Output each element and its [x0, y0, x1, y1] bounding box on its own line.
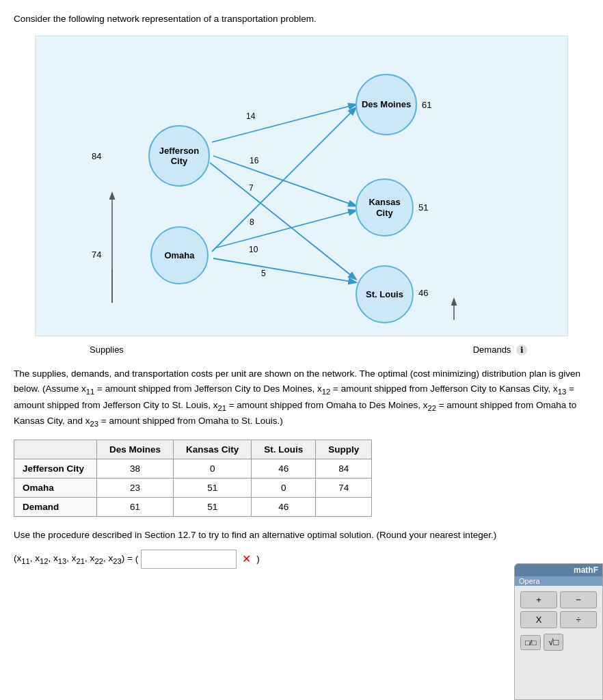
cell-om-kc: 51: [174, 478, 252, 497]
answer-input[interactable]: [141, 550, 237, 569]
svg-line-4: [215, 211, 356, 248]
cell-dem-supply: [316, 497, 372, 516]
calc-title: mathF: [515, 564, 602, 576]
edge-om-kc-cost: 10: [249, 245, 258, 254]
row-label-jefferson-city: Jefferson City: [14, 459, 97, 478]
col-header-supply: Supply: [316, 440, 372, 459]
transport-table: Des Moines Kansas City St. Louis Supply …: [14, 440, 372, 517]
answer-paren-close: ): [256, 554, 260, 564]
cell-dem-sl: 46: [252, 497, 316, 516]
node-des-moines-label: Des Moines: [362, 99, 411, 110]
table-row-demand: Demand 61 51 46: [14, 497, 372, 516]
calc-subtitle: Opera: [515, 576, 602, 586]
cell-dem-kc: 51: [174, 497, 252, 516]
svg-line-0: [212, 105, 356, 142]
demand-des-moines: 61: [422, 100, 431, 110]
node-st-louis-label: St. Louis: [366, 289, 403, 300]
calc-minus[interactable]: −: [560, 591, 597, 608]
description: The supplies, demands, and transportatio…: [14, 366, 589, 430]
edge-jc-dm-cost: 14: [246, 111, 255, 121]
cell-jc-dm: 38: [97, 459, 174, 478]
cell-om-supply: 74: [316, 478, 372, 497]
answer-label: (x11, x12, x13, x21, x22, x23) =: [14, 553, 133, 565]
bottom-text: Use the procedure described in Section 1…: [14, 528, 589, 543]
calc-plus[interactable]: +: [520, 591, 557, 608]
edge-om-sl-cost: 5: [261, 269, 266, 278]
edge-om-dm-cost: 8: [250, 217, 254, 227]
col-header-st-louis: St. Louis: [252, 440, 316, 459]
calc-buttons: + − X ÷: [515, 586, 602, 634]
col-header-kansas-city: Kansas City: [174, 440, 252, 459]
cell-om-sl: 0: [252, 478, 316, 497]
supplies-label: Supplies: [90, 345, 124, 355]
table-row-omaha: Omaha 23 51 0 74: [14, 478, 372, 497]
node-des-moines: Des Moines: [356, 74, 417, 135]
row-label-omaha: Omaha: [14, 478, 97, 497]
node-st-louis: St. Louis: [356, 265, 414, 323]
row-label-demand: Demand: [14, 497, 97, 516]
calc-fraction[interactable]: □/□: [520, 635, 541, 650]
intro-text: Consider the following network represent…: [14, 12, 589, 26]
diagram-labels: Supplies Demands ℹ: [35, 345, 568, 355]
cell-jc-supply: 84: [316, 459, 372, 478]
cell-jc-kc: 0: [174, 459, 252, 478]
calculator-panel: mathF Opera + − X ÷ □/□ √□: [514, 563, 603, 700]
node-omaha-label: Omaha: [164, 250, 194, 261]
calc-sqrt[interactable]: √□: [544, 634, 563, 651]
network-svg: [36, 36, 567, 336]
calc-row-2: □/□ √□: [515, 634, 602, 654]
cell-jc-sl: 46: [252, 459, 316, 478]
answer-paren-open: (: [135, 554, 139, 564]
node-kansas-city-label: KansasCity: [368, 197, 400, 218]
node-omaha: Omaha: [150, 226, 209, 284]
clear-button[interactable]: ✕: [239, 552, 254, 565]
demands-label: Demands ℹ: [473, 345, 568, 355]
table-row-jefferson-city: Jefferson City 38 0 46 84: [14, 459, 372, 478]
network-diagram: JeffersonCity 84 Omaha 74 Des Moines 61 …: [35, 36, 568, 336]
col-header-blank: [14, 440, 97, 459]
edge-jc-kc-cost: 16: [250, 156, 258, 165]
svg-line-1: [213, 156, 356, 206]
demand-kansas-city: 51: [418, 202, 428, 213]
calc-multiply[interactable]: X: [520, 611, 557, 628]
info-icon[interactable]: ℹ: [516, 345, 527, 355]
edge-jc-sl-cost: 7: [249, 183, 254, 193]
node-jefferson-city: JeffersonCity: [148, 125, 210, 187]
demand-st-louis: 46: [418, 288, 428, 298]
calc-divide[interactable]: ÷: [560, 611, 597, 628]
cell-dem-dm: 61: [97, 497, 174, 516]
supply-jefferson-city: 84: [92, 151, 101, 161]
node-kansas-city: KansasCity: [356, 178, 414, 237]
node-jefferson-city-label: JeffersonCity: [159, 146, 200, 167]
col-header-des-moines: Des Moines: [97, 440, 174, 459]
cell-om-dm: 23: [97, 478, 174, 497]
answer-row: (x11, x12, x13, x21, x22, x23) = ( ✕ ): [14, 550, 589, 569]
supply-omaha: 74: [92, 250, 101, 260]
